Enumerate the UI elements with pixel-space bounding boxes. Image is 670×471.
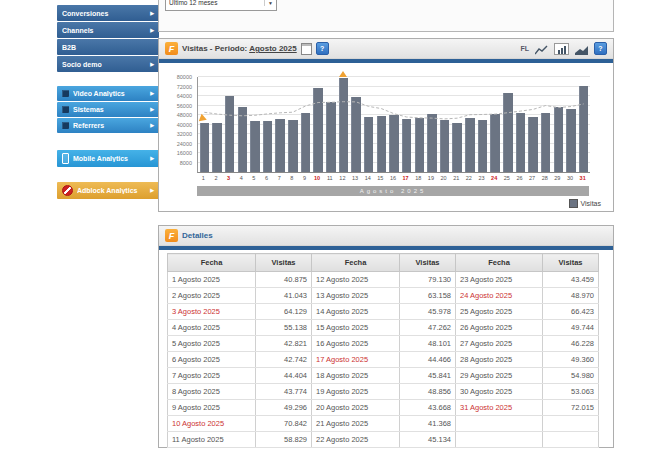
period-link[interactable]: Agosto 2025: [249, 44, 297, 53]
bar-day-30: [566, 109, 576, 172]
x-tick-label-19: 19: [425, 175, 438, 181]
column-header: Fecha: [312, 254, 400, 272]
x-tick-label-24: 24: [488, 175, 501, 181]
area-chart-icon[interactable]: [574, 43, 589, 55]
x-tick-label-14: 14: [361, 175, 374, 181]
bar-day-22: [465, 118, 475, 172]
sidebar-item-video-analytics[interactable]: Video Analytics▶: [57, 86, 159, 101]
sidebar-item-mobile-analytics[interactable]: Mobile Analytics▶: [57, 150, 159, 167]
chart-help-icon[interactable]: ?: [594, 42, 607, 55]
x-tick-label-9: 9: [298, 175, 311, 181]
brand-f-icon: F: [165, 229, 178, 242]
fecha-cell: 19 Agosto 2025: [312, 384, 400, 400]
visitas-cell: 49.296: [256, 400, 312, 416]
gridline: [198, 76, 590, 77]
bar-day-25: [503, 93, 513, 172]
x-tick-label-10: 10: [311, 175, 324, 181]
sidebar-item-label: Sistemas: [73, 106, 147, 113]
peak-marker-icon: [339, 71, 347, 77]
y-tick-label: 80000: [177, 74, 192, 80]
sidebar-item-adblock-analytics[interactable]: Adblock Analytics▶: [57, 182, 159, 199]
bar-day-5: [250, 121, 260, 172]
period-select[interactable]: Último 12 meses ▼: [165, 0, 277, 11]
visitas-cell: 44.466: [400, 352, 456, 368]
fecha-cell: 31 Agosto 2025: [456, 400, 543, 416]
fecha-cell: 28 Agosto 2025: [456, 352, 543, 368]
x-tick-label-11: 11: [323, 175, 336, 181]
table-row: 9 Agosto 202549.29620 Agosto 202543.6683…: [168, 400, 599, 416]
fecha-cell: 26 Agosto 2025: [456, 320, 543, 336]
y-tick-label: 40000: [177, 122, 192, 128]
sidebar-item-label: B2B: [62, 44, 154, 51]
bar-day-10: [313, 88, 323, 172]
visitas-cell: 49.360: [543, 352, 599, 368]
calendar-icon[interactable]: [301, 43, 312, 55]
y-tick-label: 16000: [177, 150, 192, 156]
visitas-cell: [543, 432, 599, 448]
sidebar-item-label: Socio demo: [62, 61, 147, 68]
y-tick-label: 72000: [177, 84, 192, 90]
fecha-cell: [456, 416, 543, 432]
detalles-table: FechaVisitasFechaVisitasFechaVisitas 1 A…: [167, 253, 599, 448]
sidebar-item-conversiones[interactable]: Conversiones▶: [57, 5, 159, 21]
sidebar-item-b2b[interactable]: B2B: [57, 39, 159, 55]
fecha-cell: 22 Agosto 2025: [312, 432, 400, 448]
bar-chart-icon[interactable]: [554, 43, 569, 55]
visitas-cell: 42.821: [256, 336, 312, 352]
chart-title-prefix: Visitas - Periodo:: [182, 44, 247, 53]
table-row: 4 Agosto 202555.13815 Agosto 202547.2622…: [168, 320, 599, 336]
chevron-right-icon: ▶: [150, 62, 154, 67]
visitas-cell: 79.130: [400, 272, 456, 288]
x-tick-label-4: 4: [235, 175, 248, 181]
help-icon[interactable]: ?: [316, 42, 329, 55]
fecha-cell: [456, 432, 543, 448]
sidebar-group-2: Mobile Analytics▶: [57, 150, 159, 168]
bar-day-31: [579, 86, 589, 172]
table-row: 3 Agosto 202564.12914 Agosto 202545.9782…: [168, 304, 599, 320]
x-tick-label-6: 6: [260, 175, 273, 181]
fecha-cell: 10 Agosto 2025: [168, 416, 256, 432]
y-tick-label: 56000: [177, 103, 192, 109]
legend-label: Visitas: [581, 200, 602, 207]
visitas-cell: 45.134: [400, 432, 456, 448]
chart-toolbar: FL ?: [520, 42, 607, 55]
gridline: [198, 105, 590, 106]
line-chart-icon[interactable]: [534, 43, 549, 55]
bar-day-20: [440, 120, 450, 172]
sidebar-group-1: Video Analytics▶Sistemas▶Referrers▶: [57, 86, 159, 134]
visitas-cell: 58.829: [256, 432, 312, 448]
y-tick-label: 8000: [180, 160, 192, 166]
legend-swatch-icon: [569, 199, 578, 208]
bar-day-17: [402, 119, 412, 172]
chart-plot: [197, 77, 590, 173]
sidebar-group-3: Adblock Analytics▶: [57, 182, 159, 200]
y-tick-label: 64000: [177, 93, 192, 99]
column-header: Visitas: [543, 254, 599, 272]
fecha-cell: 23 Agosto 2025: [456, 272, 543, 288]
x-tick-label-3: 3: [222, 175, 235, 181]
x-tick-label-2: 2: [210, 175, 223, 181]
sidebar-item-socio-demo[interactable]: Socio demo▶: [57, 56, 159, 72]
bar-day-6: [263, 121, 273, 172]
fl-button[interactable]: FL: [520, 45, 529, 52]
bar-icon-segment: [558, 50, 560, 54]
sidebar-item-channels[interactable]: Channels▶: [57, 22, 159, 38]
video-icon: [62, 90, 69, 97]
bar-day-26: [516, 113, 526, 172]
visitas-cell: 54.980: [543, 368, 599, 384]
header-row: FechaVisitasFechaVisitasFechaVisitas: [168, 254, 599, 272]
chart-panel: F Visitas - Periodo: Agosto 2025 ? FL: [158, 38, 614, 212]
fecha-cell: 7 Agosto 2025: [168, 368, 256, 384]
sidebar-item-sistemas[interactable]: Sistemas▶: [57, 102, 159, 117]
sidebar-item-referrers[interactable]: Referrers▶: [57, 118, 159, 133]
bar-day-3: [225, 96, 235, 172]
bar-day-11: [326, 102, 336, 172]
month-band: Agosto 2025: [197, 186, 589, 196]
fecha-cell: 25 Agosto 2025: [456, 304, 543, 320]
x-tick-label-8: 8: [286, 175, 299, 181]
sidebar-item-label: Conversiones: [62, 10, 147, 17]
bar-day-28: [541, 113, 551, 172]
bar-day-27: [528, 117, 538, 172]
x-tick-label-12: 12: [336, 175, 349, 181]
detalles-panel: F Detalles FechaVisitasFechaVisitasFecha…: [158, 225, 614, 448]
